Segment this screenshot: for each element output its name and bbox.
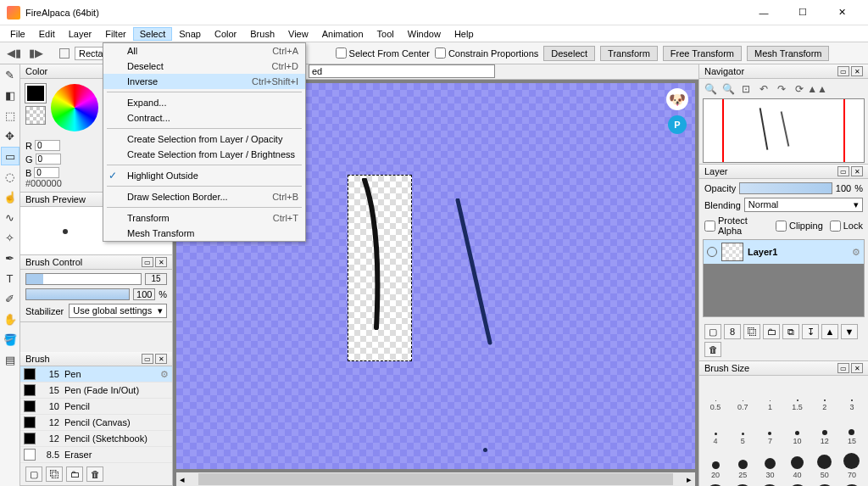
bucket-tool[interactable]: 🪣 xyxy=(1,330,19,349)
menu-help[interactable]: Help xyxy=(448,27,481,41)
rotate-right-icon[interactable]: ↷ xyxy=(774,82,789,96)
pen-tool[interactable]: ✒ xyxy=(1,249,19,267)
duplicate-brush-button[interactable]: ⿻ xyxy=(46,466,63,482)
eraser-tool[interactable]: ◧ xyxy=(1,86,19,104)
horizontal-scrollbar[interactable]: ◂▸ xyxy=(176,472,695,486)
brush-size-cell[interactable]: 300 xyxy=(784,481,810,486)
brush-size-cell[interactable]: 100 xyxy=(703,481,728,486)
brush-size-cell[interactable]: 7 xyxy=(757,413,782,445)
visibility-icon[interactable] xyxy=(707,247,717,257)
color-wheel[interactable] xyxy=(51,84,98,131)
panel-dock-icon[interactable]: ▭ xyxy=(142,257,153,267)
brush-size-cell[interactable]: 4 xyxy=(703,413,728,445)
text-tool[interactable]: T xyxy=(1,269,19,288)
minimize-button[interactable]: ― xyxy=(744,0,783,25)
menu-window[interactable]: Window xyxy=(401,27,448,41)
undo-button[interactable]: ◀▮ xyxy=(5,46,22,61)
brush-size-cell[interactable]: 1 xyxy=(757,379,782,411)
brush-size-slider[interactable] xyxy=(25,273,142,285)
zoom-out-icon[interactable]: 🔍 xyxy=(703,82,718,96)
brush-size-cell[interactable]: 400 xyxy=(812,481,837,486)
delete-layer-button[interactable]: 🗑 xyxy=(704,342,721,357)
marquee-tool[interactable]: ▭ xyxy=(1,147,19,165)
color-b-input[interactable] xyxy=(34,167,59,178)
brush-size-cell[interactable]: 10 xyxy=(784,413,810,445)
redo-button[interactable]: ▮▶ xyxy=(27,46,44,61)
clipping-checkbox[interactable]: Clipping xyxy=(776,215,823,236)
layer-up-button[interactable]: ▲ xyxy=(821,324,838,339)
menu-select[interactable]: Select xyxy=(133,27,173,41)
brush-list-item[interactable]: 12Pencil (Canvas) xyxy=(20,415,172,431)
brush-size-cell[interactable]: 2 xyxy=(812,379,837,411)
reset-rotation-icon[interactable]: ⟳ xyxy=(792,82,807,96)
foreground-color-swatch[interactable] xyxy=(25,84,46,103)
brush-size-cell[interactable]: 500 xyxy=(839,481,865,486)
menu-item-all[interactable]: AllCtrl+A xyxy=(103,43,305,59)
menu-brush[interactable]: Brush xyxy=(243,27,281,41)
panel-dock-icon[interactable]: ▭ xyxy=(837,66,849,76)
add-brush-button[interactable]: ▢ xyxy=(25,466,42,482)
brush-size-cell[interactable]: 0.7 xyxy=(730,379,755,411)
menu-item-inverse[interactable]: InverseCtrl+Shift+I xyxy=(103,74,305,89)
stabilizer-combo[interactable]: Use global settings▾ xyxy=(69,304,167,318)
brush-size-cell[interactable]: 50 xyxy=(812,447,837,479)
mascot-icon[interactable]: 🐶 xyxy=(666,88,688,110)
layer-row[interactable]: Layer1⚙ xyxy=(704,240,864,264)
deselect-button[interactable]: Deselect xyxy=(543,46,595,61)
brush-size-cell[interactable]: 0.5 xyxy=(703,379,728,411)
brush-list-item[interactable]: 10Pencil xyxy=(20,399,172,415)
folder-brush-button[interactable]: 🗀 xyxy=(66,466,83,482)
menu-item-draw-selection-border-[interactable]: Draw Selection Border...Ctrl+B xyxy=(103,189,305,204)
selection-tool[interactable]: ⬚ xyxy=(1,106,19,125)
merge-down-button[interactable]: ↧ xyxy=(802,324,819,339)
menu-item-transform[interactable]: TransformCtrl+T xyxy=(103,210,305,226)
color-r-input[interactable] xyxy=(35,140,60,151)
pixiv-icon[interactable]: P xyxy=(668,115,687,134)
navigator-preview[interactable] xyxy=(703,98,865,163)
layer-list[interactable]: Layer1⚙ xyxy=(703,239,865,317)
menu-item-contract-[interactable]: Contract... xyxy=(103,110,305,126)
panel-close-icon[interactable]: ✕ xyxy=(851,166,863,176)
gear-icon[interactable]: ⚙ xyxy=(852,247,860,258)
transform-button[interactable]: Transform xyxy=(600,46,658,61)
free-transform-button[interactable]: Free Transform xyxy=(663,46,742,61)
new-folder-button[interactable]: 🗀 xyxy=(763,324,780,339)
new-layer-button[interactable]: ▢ xyxy=(704,324,721,339)
brush-size-cell[interactable]: 40 xyxy=(784,447,810,479)
panel-close-icon[interactable]: ✕ xyxy=(155,354,167,364)
close-button[interactable]: ✕ xyxy=(822,0,861,25)
menu-color[interactable]: Color xyxy=(208,27,243,41)
lock-checkbox[interactable]: Lock xyxy=(830,215,863,236)
brush-opacity-value[interactable]: 100 xyxy=(133,288,155,300)
brush-list-item[interactable]: 8.5Eraser xyxy=(20,447,172,463)
brush-size-cell[interactable]: 5 xyxy=(730,413,755,445)
constrain-proportions-checkbox[interactable]: Constrain Proportions xyxy=(435,47,538,59)
menu-item-create-selection-from-layer-brightness[interactable]: Create Selection from Layer / Brightness xyxy=(103,147,305,162)
panel-close-icon[interactable]: ✕ xyxy=(851,363,863,373)
background-color-swatch[interactable] xyxy=(25,106,46,125)
brush-size-cell[interactable]: 70 xyxy=(839,447,865,479)
menu-view[interactable]: View xyxy=(281,27,315,41)
layer-down-button[interactable]: ▼ xyxy=(841,324,858,339)
magic-wand[interactable]: ✧ xyxy=(1,228,19,247)
menu-filter[interactable]: Filter xyxy=(98,27,132,41)
brush-size-cell[interactable]: 30 xyxy=(757,447,782,479)
brush-list-item[interactable]: 15Pen⚙ xyxy=(20,366,172,383)
maximize-button[interactable]: ☐ xyxy=(783,0,822,25)
brush-tool[interactable]: ✎ xyxy=(1,65,19,84)
menu-snap[interactable]: Snap xyxy=(172,27,208,41)
zoom-in-icon[interactable]: 🔍 xyxy=(721,82,736,96)
brush-size-cell[interactable]: 12 xyxy=(812,413,837,445)
brush-size-value[interactable]: 15 xyxy=(145,273,167,285)
eyedropper-tool[interactable]: ✐ xyxy=(1,289,19,308)
rotate-left-icon[interactable]: ↶ xyxy=(756,82,771,96)
panel-close-icon[interactable]: ✕ xyxy=(155,257,167,267)
brush-size-cell[interactable]: 25 xyxy=(730,447,755,479)
brush-size-cell[interactable]: 1.5 xyxy=(784,379,810,411)
brush-size-cell[interactable]: 150 xyxy=(730,481,755,486)
select-from-center-checkbox[interactable]: Select From Center xyxy=(336,47,430,59)
brush-opacity-slider[interactable] xyxy=(25,288,130,300)
protect-alpha-checkbox[interactable]: Protect Alpha xyxy=(704,215,769,236)
menu-file[interactable]: File xyxy=(3,27,32,41)
panel-close-icon[interactable]: ✕ xyxy=(851,66,863,76)
